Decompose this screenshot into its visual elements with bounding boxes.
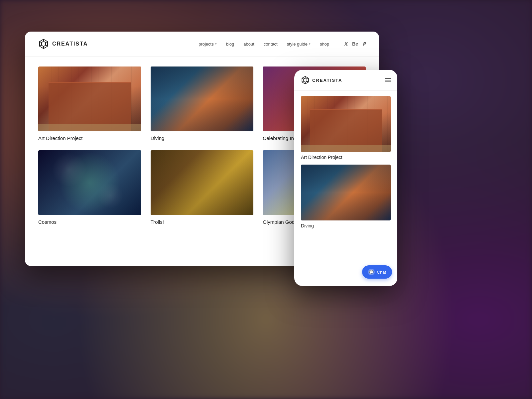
chat-label: Chat	[377, 270, 386, 275]
desktop-logo[interactable]: CREATISTA	[38, 39, 88, 49]
mobile-image-diving	[301, 165, 391, 220]
svg-marker-1	[42, 41, 46, 47]
project-card-trolls[interactable]: Trolls!	[151, 150, 254, 225]
mobile-card-art-direction[interactable]: Art Direction Project	[301, 96, 391, 160]
mobile-title-art-direction: Art Direction Project	[301, 155, 391, 160]
desktop-logo-text: CREATISTA	[52, 41, 88, 47]
desktop-nav-links: projects ▾ blog about contact style guid…	[199, 41, 366, 47]
social-icons: 𝕏 Be 𝙋	[344, 41, 366, 47]
mobile-logo-text: CREATISTA	[312, 78, 342, 83]
pinterest-icon[interactable]: 𝙋	[363, 41, 366, 47]
project-image-diving	[151, 66, 254, 131]
project-image-art-direction	[38, 66, 141, 131]
mobile-logo[interactable]: CREATISTA	[301, 76, 342, 84]
twitter-icon[interactable]: 𝕏	[344, 41, 347, 47]
project-title-cosmos: Cosmos	[38, 219, 141, 225]
project-card-diving[interactable]: Diving	[151, 66, 254, 141]
nav-contact[interactable]: contact	[264, 42, 278, 47]
project-image-cosmos	[38, 150, 141, 215]
nav-blog[interactable]: blog	[226, 42, 234, 47]
hex-icon	[38, 39, 49, 49]
svg-marker-9	[304, 78, 307, 82]
nav-projects[interactable]: projects ▾	[199, 42, 217, 47]
nav-style-guide[interactable]: style guide ▾	[287, 42, 311, 47]
chat-button[interactable]: 💬 Chat	[362, 265, 392, 279]
mobile-card-diving[interactable]: Diving	[301, 165, 391, 228]
mobile-window: CREATISTA Art Direction Project Diving 💬…	[294, 70, 397, 286]
nav-about[interactable]: about	[243, 42, 254, 47]
hamburger-menu-icon[interactable]	[385, 78, 391, 82]
project-card-art-direction[interactable]: Art Direction Project	[38, 66, 141, 141]
project-title-trolls: Trolls!	[151, 219, 254, 225]
desktop-nav: CREATISTA projects ▾ blog about contact …	[25, 32, 379, 57]
chat-icon: 💬	[368, 269, 375, 275]
chevron-down-icon: ▾	[215, 42, 217, 46]
mobile-title-diving: Diving	[301, 223, 391, 228]
mobile-hex-icon	[301, 76, 310, 84]
mobile-image-art-direction	[301, 96, 391, 152]
project-title-art-direction: Art Direction Project	[38, 135, 141, 141]
project-title-diving: Diving	[151, 135, 254, 141]
mobile-nav: CREATISTA	[294, 70, 397, 91]
behance-icon[interactable]: Be	[352, 41, 358, 47]
project-image-trolls	[151, 150, 254, 215]
mobile-content[interactable]: Art Direction Project Diving	[294, 91, 397, 286]
chevron-down-icon: ▾	[309, 42, 311, 46]
nav-shop[interactable]: shop	[320, 42, 329, 47]
project-card-cosmos[interactable]: Cosmos	[38, 150, 141, 225]
